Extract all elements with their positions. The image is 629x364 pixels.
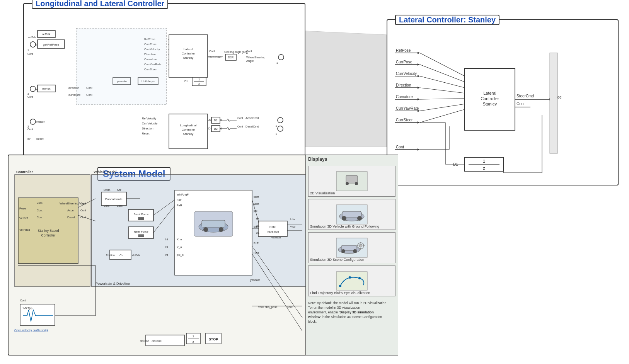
lateral-stanley-diagram: RefPose CurrPose CurrVelocity Direction … xyxy=(387,30,619,184)
displays-panel: Displays 2D Visualization Simulation 3D … xyxy=(305,155,398,355)
3d-scene-icon xyxy=(334,236,369,259)
note-text: Note: By default, the model will run in … xyxy=(308,301,395,324)
svg-text:FzR: FzR xyxy=(254,251,259,255)
svg-text:Cont: Cont xyxy=(37,201,43,204)
longlat-diagram: refFdk M getRefPose refFdk Lateral Contr… xyxy=(26,14,297,156)
svg-text:CurrSteer: CurrSteer xyxy=(396,118,413,122)
svg-marker-97 xyxy=(418,63,420,66)
svg-text:Inf: Inf xyxy=(27,138,31,140)
svg-text:D2: D2 xyxy=(214,119,218,122)
svg-text:Cont: Cont xyxy=(27,128,33,131)
svg-text:psi_o: psi_o xyxy=(177,253,184,257)
svg-text:D1: D1 xyxy=(256,225,259,227)
svg-text:1: 1 xyxy=(193,335,194,338)
svg-text:Cont: Cont xyxy=(27,53,33,55)
svg-marker-103 xyxy=(418,87,420,89)
svg-text:Controller: Controller xyxy=(41,233,56,237)
svg-text:Yaw: Yaw xyxy=(290,225,296,229)
svg-text:Stanley: Stanley xyxy=(183,56,194,60)
svg-text:z: z xyxy=(198,82,200,85)
display-2d-viz: 2D Visualization xyxy=(308,166,395,197)
svg-text:DecelCmd: DecelCmd xyxy=(245,125,259,128)
svg-rect-135 xyxy=(550,53,557,153)
svg-text:STOP: STOP xyxy=(209,337,218,341)
svg-point-85 xyxy=(278,126,283,131)
svg-point-256 xyxy=(342,216,346,221)
svg-text:refFdk: refFdk xyxy=(42,32,51,36)
display-3d-vehicle: Simulation 3D Vehicle with Ground Follow… xyxy=(308,199,395,230)
svg-text:Reset: Reset xyxy=(36,137,44,141)
svg-point-271 xyxy=(349,276,351,279)
svg-text:Inf: Inf xyxy=(165,253,168,256)
svg-text:z: z xyxy=(193,340,194,344)
svg-rect-205 xyxy=(258,221,287,236)
svg-line-124 xyxy=(420,88,465,93)
svg-text:Lateral: Lateral xyxy=(483,91,496,95)
svg-text:2: 2 xyxy=(276,124,277,127)
longlat-controller-block: Longitudinal and Lateral Controller refF… xyxy=(23,3,305,162)
svg-text:Cont: Cont xyxy=(209,50,215,53)
svg-text:refFdk: refFdk xyxy=(28,36,36,39)
display-3d-vehicle-label: Simulation 3D Vehicle with Ground Follow… xyxy=(310,225,379,228)
svg-text:Longitudinal: Longitudinal xyxy=(180,124,196,127)
svg-text:Decel: Decel xyxy=(67,216,75,219)
svg-point-89 xyxy=(30,42,36,47)
svg-text:RefPose: RefPose xyxy=(396,48,411,53)
svg-text:1: 1 xyxy=(483,159,485,163)
svg-text:Info: Info xyxy=(290,218,295,221)
svg-text:▓▓▓: ▓▓▓ xyxy=(138,234,144,237)
svg-point-272 xyxy=(358,277,361,279)
svg-text:CurrVelocity: CurrVelocity xyxy=(142,122,158,125)
svg-point-178 xyxy=(219,227,223,232)
svg-line-123 xyxy=(420,76,465,88)
svg-rect-250 xyxy=(346,175,358,183)
lateral-stanley-title: Lateral Controller: Stanley xyxy=(395,15,499,25)
svg-text:D1: D1 xyxy=(184,80,188,83)
svg-marker-94 xyxy=(418,52,420,54)
svg-point-264 xyxy=(359,244,362,247)
svg-point-47 xyxy=(30,86,36,92)
svg-text:Friction: Friction xyxy=(106,254,115,257)
svg-text:yawrate: yawrate xyxy=(271,236,281,239)
longlat-title: Longitudinal and Lateral Controller xyxy=(32,0,168,9)
svg-text:Cont: Cont xyxy=(27,95,33,98)
svg-text:AcF: AcF xyxy=(117,188,122,192)
svg-text:FaF: FaF xyxy=(177,198,182,202)
svg-text:Controller: Controller xyxy=(16,170,33,174)
svg-point-262 xyxy=(353,249,357,253)
display-2d-label: 2D Visualization xyxy=(310,191,335,195)
svg-text:D1: D1 xyxy=(256,231,259,234)
display-3d-scene-label: Simulation 3D Scene Configuration xyxy=(310,258,364,262)
svg-text:D2R: D2R xyxy=(228,56,234,59)
svg-point-177 xyxy=(203,227,208,232)
svg-marker-112 xyxy=(418,121,420,124)
svg-marker-106 xyxy=(418,98,420,100)
svg-text:Concatenate: Concatenate xyxy=(105,197,123,201)
svg-marker-115 xyxy=(418,148,420,151)
2d-viz-icon xyxy=(334,170,369,193)
svg-rect-57 xyxy=(169,114,208,149)
svg-text:CurrYawRate: CurrYawRate xyxy=(396,106,419,111)
svg-text:D2: D2 xyxy=(214,127,218,131)
svg-line-122 xyxy=(420,65,465,82)
svg-text:ydot: ydot xyxy=(254,202,259,206)
svg-text:RefVelocity: RefVelocity xyxy=(142,117,157,120)
svg-text:Cont: Cont xyxy=(104,204,109,207)
svg-text:distanc: distanc xyxy=(152,339,161,343)
svg-text:Inf: Inf xyxy=(165,246,168,248)
svg-text:Cont: Cont xyxy=(80,202,86,205)
svg-text:Curvature: Curvature xyxy=(396,95,413,99)
svg-text:Pose: Pose xyxy=(19,207,26,210)
svg-text:venFdba_pose: venFdba_pose xyxy=(258,305,278,309)
svg-text:WhlAngF: WhlAngF xyxy=(177,193,189,196)
birdseye-icon xyxy=(334,270,369,292)
svg-marker-100 xyxy=(418,75,420,77)
svg-point-252 xyxy=(355,182,358,185)
svg-text:Transition: Transition xyxy=(266,230,279,233)
svg-text:z: z xyxy=(483,166,485,170)
svg-text:distanc: distanc xyxy=(140,339,149,343)
svg-text:VelFdk: VelFdk xyxy=(132,254,140,257)
svg-text:Direction: Direction xyxy=(396,83,411,87)
svg-line-126 xyxy=(420,104,465,111)
displays-panel-title: Displays xyxy=(306,155,398,163)
